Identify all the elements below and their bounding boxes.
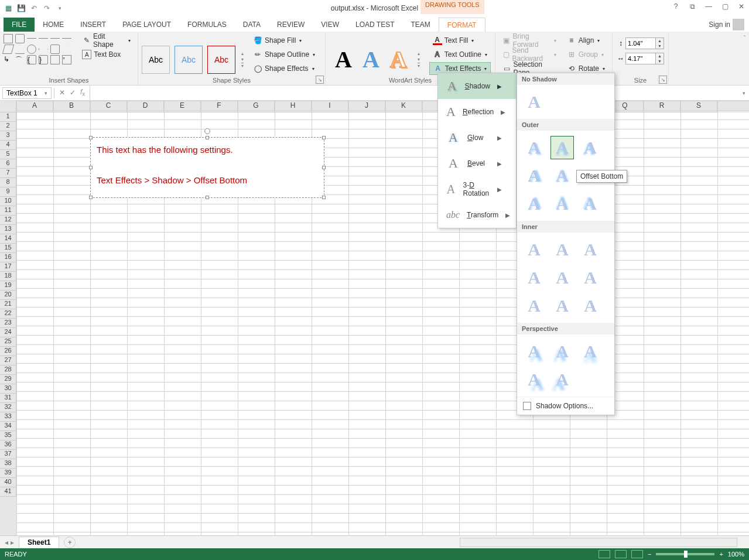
shape-style-swatch-red[interactable]: Abc (207, 46, 235, 74)
tab-file[interactable]: FILE (4, 18, 35, 32)
row-header[interactable]: 27 (0, 356, 16, 366)
shape-effects-button[interactable]: ◯Shape Effects▾ (249, 62, 319, 75)
row-header[interactable]: 37 (0, 450, 16, 459)
row-header[interactable]: 34 (0, 422, 16, 431)
zoom-out-button[interactable]: − (648, 551, 651, 558)
row-header[interactable]: 13 (0, 225, 16, 234)
sheet-nav[interactable]: ◂▸ (0, 538, 19, 547)
shadow-option-inner-3[interactable]: A (579, 238, 601, 261)
row-header[interactable]: 33 (0, 412, 16, 422)
menu-item-reflection[interactable]: A Reflection ▶ (438, 99, 516, 125)
help-icon[interactable]: ? (671, 1, 681, 12)
width-spinner[interactable]: ▲▼ (656, 53, 664, 64)
row-header[interactable]: 7 (0, 169, 16, 178)
menu-item-shadow[interactable]: A Shadow ▶ (438, 73, 516, 99)
view-page-break-button[interactable] (631, 550, 643, 558)
height-spinner[interactable]: ▲▼ (656, 37, 664, 49)
row-header[interactable]: 4 (0, 141, 16, 150)
formula-expand-icon[interactable]: ▾ (739, 90, 749, 96)
select-all-corner[interactable] (0, 101, 16, 112)
shape-style-swatch-black[interactable]: Abc (142, 46, 170, 74)
row-header[interactable]: 31 (0, 394, 16, 403)
shadow-option-outer-9[interactable]: A (579, 193, 601, 215)
shadow-option-persp-4[interactable]: A (523, 368, 545, 391)
shadow-option-outer-7[interactable]: A (523, 193, 545, 215)
row-header[interactable]: 12 (0, 216, 16, 225)
resize-handle-ne[interactable] (322, 136, 326, 139)
row-header[interactable]: 17 (0, 262, 16, 272)
tab-load-test[interactable]: LOAD TEST (347, 18, 402, 32)
shadow-option-outer-3[interactable]: A (579, 136, 601, 159)
row-header[interactable]: 8 (0, 178, 16, 187)
row-header[interactable]: 41 (0, 487, 16, 497)
shadow-option-outer-2[interactable]: A (551, 136, 573, 159)
bring-forward-button[interactable]: ▣Bring Forward▾ (499, 34, 560, 47)
shadow-option-inner-4[interactable]: A (523, 267, 545, 289)
tab-format[interactable]: FORMAT (439, 18, 485, 32)
horizontal-scrollbar[interactable] (460, 538, 737, 547)
resize-handle-s[interactable] (206, 196, 209, 199)
row-header[interactable]: 38 (0, 459, 16, 469)
row-header[interactable]: 32 (0, 403, 16, 412)
tab-home[interactable]: HOME (35, 18, 72, 32)
view-normal-button[interactable] (598, 550, 610, 558)
wordart-swatch-2[interactable]: A (362, 46, 379, 73)
sign-in[interactable]: Sign in (709, 19, 744, 30)
menu-item-bevel[interactable]: A Bevel ▶ (438, 151, 516, 176)
row-header[interactable]: 30 (0, 384, 16, 394)
maximize-icon[interactable]: ▢ (720, 1, 730, 12)
align-button[interactable]: ≡Align▾ (563, 34, 608, 47)
shape-fill-button[interactable]: 🪣Shape Fill▾ (249, 34, 319, 47)
shadow-option-inner-8[interactable]: A (551, 295, 573, 317)
shadow-option-persp-1[interactable]: A (523, 340, 545, 363)
shadow-option-persp-3[interactable]: A (579, 340, 601, 363)
row-header[interactable]: 18 (0, 272, 16, 281)
fx-icon[interactable]: fx (80, 88, 85, 97)
new-sheet-button[interactable]: + (64, 537, 76, 548)
view-page-layout-button[interactable] (615, 550, 627, 558)
send-backward-button[interactable]: ▢Send Backward▾ (499, 48, 560, 61)
text-fill-button[interactable]: AText Fill▾ (429, 34, 491, 47)
textbox-shape[interactable]: This text has the following settings. Te… (90, 137, 324, 198)
edit-shape-button[interactable]: ✎Edit Shape▾ (78, 34, 134, 47)
resize-handle-n[interactable] (206, 136, 209, 139)
tab-formulas[interactable]: FORMULAS (179, 18, 235, 32)
wordart-swatch-3[interactable]: A (390, 46, 407, 73)
shadow-option-persp-5[interactable]: A (551, 368, 573, 391)
name-box[interactable]: TextBox 1 ▾ (2, 87, 52, 99)
height-input[interactable]: 1.04" (625, 37, 656, 49)
tab-insert[interactable]: INSERT (72, 18, 114, 32)
resize-handle-nw[interactable] (89, 136, 93, 139)
row-header[interactable]: 15 (0, 244, 16, 253)
row-header[interactable]: 1 (0, 112, 16, 122)
menu-item-transform[interactable]: abc Transform ▶ (438, 202, 516, 228)
row-header[interactable]: 2 (0, 122, 16, 131)
row-header[interactable]: 25 (0, 337, 16, 347)
row-header[interactable]: 28 (0, 366, 16, 375)
sheet-nav-next-icon[interactable]: ▸ (11, 538, 14, 547)
row-header[interactable]: 5 (0, 150, 16, 159)
qat-customize-icon[interactable]: ▾ (54, 2, 66, 14)
tab-team[interactable]: TEAM (402, 18, 438, 32)
zoom-slider[interactable] (656, 553, 714, 555)
rotation-handle[interactable] (204, 128, 210, 134)
menu-item-3d-rotation[interactable]: A 3-D Rotation ▶ (438, 176, 516, 202)
row-header[interactable]: 6 (0, 159, 16, 169)
row-header[interactable]: 14 (0, 234, 16, 244)
row-header[interactable]: 3 (0, 131, 16, 141)
minimize-icon[interactable]: — (703, 1, 714, 12)
shadow-option-persp-2[interactable]: A (551, 340, 573, 363)
text-box-button[interactable]: AText Box (78, 48, 134, 61)
menu-item-glow[interactable]: A Glow ▶ (438, 125, 516, 151)
row-header[interactable]: 36 (0, 441, 16, 450)
name-box-dropdown-icon[interactable]: ▾ (45, 90, 47, 96)
row-header[interactable]: 20 (0, 291, 16, 300)
worksheet-grid[interactable]: A B C D E F G H I J K L M N O P Q R S 12… (0, 101, 749, 535)
tab-data[interactable]: DATA (235, 18, 269, 32)
row-header[interactable]: 40 (0, 478, 16, 487)
shadow-option-none[interactable]: A (523, 91, 545, 113)
row-header[interactable]: 39 (0, 469, 16, 478)
enter-icon[interactable]: ✓ (70, 88, 76, 97)
row-header[interactable]: 24 (0, 328, 16, 337)
resize-handle-e[interactable] (322, 166, 326, 169)
